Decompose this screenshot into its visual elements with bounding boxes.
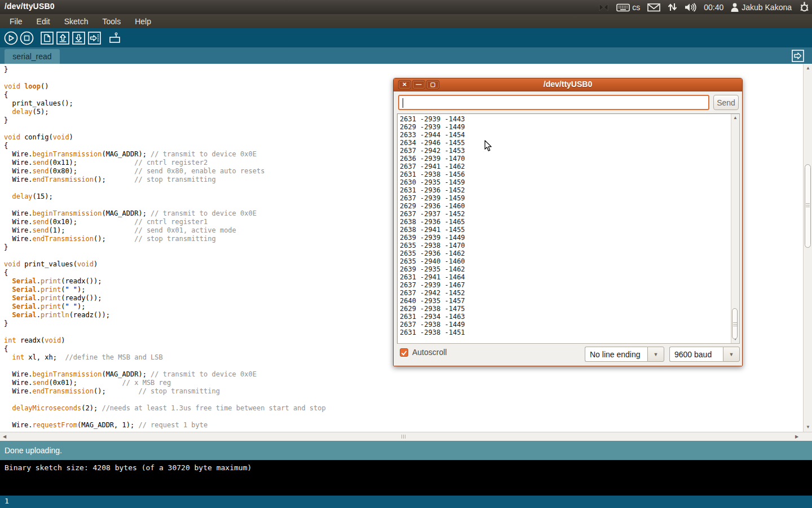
serial-line: 2629 -2936 -1460 <box>400 202 465 210</box>
username: Jakub Kakona <box>742 3 792 12</box>
keyboard-layout-indicator[interactable]: cs <box>616 3 640 12</box>
panel-indicators: cs 00:40 Jakub Kakona <box>598 0 810 14</box>
verify-button[interactable] <box>3 30 18 45</box>
volume-icon[interactable] <box>685 3 696 12</box>
keyboard-layout-label: cs <box>632 3 640 12</box>
serial-line: 2631 -2938 -1451 <box>400 329 465 336</box>
editor-scrollbar-thumb[interactable] <box>805 164 811 248</box>
serial-monitor-titlebar[interactable]: ✕ — ▢ /dev/ttyUSB0 <box>394 78 742 91</box>
code-line: Wire.requestFrom(MAG_ADDR, 1); // reques… <box>4 421 326 430</box>
code-line: Wire.endTransmission(); // stop transmit… <box>4 176 326 184</box>
code-line: int xl, xh; //define the MSB and LSB <box>4 353 326 362</box>
serial-line: 2631 -2936 -1452 <box>400 186 465 194</box>
scroll-up-arrow-icon[interactable]: ▲ <box>733 116 738 120</box>
serial-line: 2635 -2940 -1460 <box>400 257 465 265</box>
serial-line: 2638 -2936 -1465 <box>400 218 465 226</box>
serial-line: 2630 -2935 -1459 <box>400 178 465 186</box>
editor-horizontal-scrollbar[interactable]: ◀ ▶ <box>0 432 812 441</box>
serial-line: 2629 -2938 -1475 <box>400 305 465 313</box>
mail-icon[interactable] <box>647 3 660 12</box>
serial-line: 2636 -2939 -1470 <box>400 155 465 163</box>
screen: /dev/ttyUSB0 cs 00:40 Jakub Kakona <box>0 0 812 508</box>
baud-rate-dropdown[interactable]: 9600 baud ▼ <box>669 347 740 362</box>
session-user[interactable]: Jakub Kakona <box>731 3 792 12</box>
scroll-up-arrow-icon[interactable]: ▲ <box>806 66 810 71</box>
chevron-down-icon[interactable]: ▼ <box>647 347 664 362</box>
serial-line: 2631 -2941 -1464 <box>400 273 465 281</box>
indicator-icon[interactable] <box>598 3 609 12</box>
serial-line: 2633 -2944 -1454 <box>400 131 465 139</box>
code-line: } <box>4 243 326 252</box>
serial-monitor-window: ✕ — ▢ /dev/ttyUSB0 Send 2631 -2939 -1443… <box>393 78 743 366</box>
autoscroll-checkbox[interactable] <box>400 348 408 357</box>
serial-scrollbar-thumb[interactable] <box>732 308 738 339</box>
verify-icon <box>4 31 18 45</box>
tab-menu-button[interactable] <box>792 50 804 64</box>
clock[interactable]: 00:40 <box>704 3 723 12</box>
open-button[interactable] <box>55 30 70 45</box>
tab-serial-read[interactable]: serial_read <box>5 49 60 64</box>
panel-window-title: /dev/ttyUSB0 <box>5 2 55 11</box>
serial-output-area[interactable]: 2631 -2939 -14432629 -2939 -14492633 -29… <box>397 113 740 344</box>
menu-tools[interactable]: Tools <box>98 15 126 28</box>
serial-line: 2638 -2941 -1455 <box>400 226 465 234</box>
tab-menu-arrow-icon <box>792 50 804 62</box>
user-icon <box>731 3 739 12</box>
serial-line: 2640 -2935 -1457 <box>400 297 465 305</box>
serial-line: 2631 -2939 -1443 <box>400 115 465 123</box>
serial-line: 2634 -2946 -1455 <box>400 139 465 147</box>
serial-line: 2637 -2937 -1452 <box>400 210 465 218</box>
status-message: Done uploading. <box>5 446 62 455</box>
serial-line: 2631 -2938 -1456 <box>400 170 465 178</box>
new-sketch-button[interactable] <box>39 30 54 45</box>
code-line: } <box>4 116 326 125</box>
line-ending-value: No line ending <box>585 347 647 362</box>
serial-monitor-button[interactable] <box>107 30 122 45</box>
code-line <box>4 201 326 209</box>
serial-monitor-icon <box>108 31 122 45</box>
code-line: int readx(void) <box>4 336 326 345</box>
menu-help[interactable]: Help <box>130 15 156 28</box>
console-output: Binary sketch size: 4208 bytes (of a 307… <box>0 460 812 496</box>
code-line: Wire.endTransmission(); // stop transmit… <box>4 235 326 243</box>
status-bar: Done uploading. <box>0 441 812 460</box>
serial-vertical-scrollbar[interactable]: ▲ ▼ <box>731 114 739 343</box>
menu-sketch[interactable]: Sketch <box>59 15 94 28</box>
stop-button[interactable] <box>19 30 34 45</box>
line-ending-dropdown[interactable]: No line ending ▼ <box>585 347 664 362</box>
save-icon <box>72 32 85 45</box>
code-line <box>4 328 326 336</box>
network-arrows-icon[interactable] <box>668 2 677 12</box>
serial-monitor-body: Send 2631 -2939 -14432629 -2939 -1449263… <box>394 91 742 366</box>
code-line: Serial.print(" "); <box>4 303 326 311</box>
save-button[interactable] <box>71 30 86 45</box>
scroll-right-arrow-icon[interactable]: ▶ <box>795 435 798 439</box>
hscrollbar-grip[interactable] <box>401 435 405 439</box>
menu-edit[interactable]: Edit <box>32 15 55 28</box>
mouse-cursor <box>484 140 492 154</box>
scroll-left-arrow-icon[interactable]: ◀ <box>3 435 6 439</box>
autoscroll-label[interactable]: Autoscroll <box>412 348 447 357</box>
stop-icon <box>20 31 34 45</box>
serial-line: 2629 -2939 -1449 <box>400 123 465 131</box>
chevron-down-icon[interactable]: ▼ <box>723 347 740 362</box>
editor-vertical-scrollbar[interactable]: ▲ ▼ <box>803 64 812 432</box>
text-caret <box>403 98 403 108</box>
code-line <box>4 413 326 421</box>
code-line: } <box>4 319 326 328</box>
code-line: Serial.print(" "); <box>4 286 326 294</box>
session-gear-icon[interactable] <box>799 2 810 12</box>
line-number: 1 <box>5 497 9 505</box>
code-line: void print_values(void) <box>4 260 326 269</box>
serial-line: 2635 -2938 -1470 <box>400 242 465 249</box>
code-line <box>4 125 326 133</box>
serial-line: 2637 -2942 -1452 <box>400 289 465 297</box>
upload-button[interactable] <box>87 30 102 45</box>
code-line: delay(15); <box>4 192 326 201</box>
scroll-down-arrow-icon[interactable]: ▼ <box>806 425 810 430</box>
send-button[interactable]: Send <box>713 95 739 110</box>
serial-input-field[interactable] <box>398 95 709 110</box>
code-line: Wire.beginTransmission(MAG_ADDR); // tra… <box>4 370 326 379</box>
menu-file[interactable]: File <box>5 15 28 28</box>
code-line: print_values(); <box>4 99 326 108</box>
